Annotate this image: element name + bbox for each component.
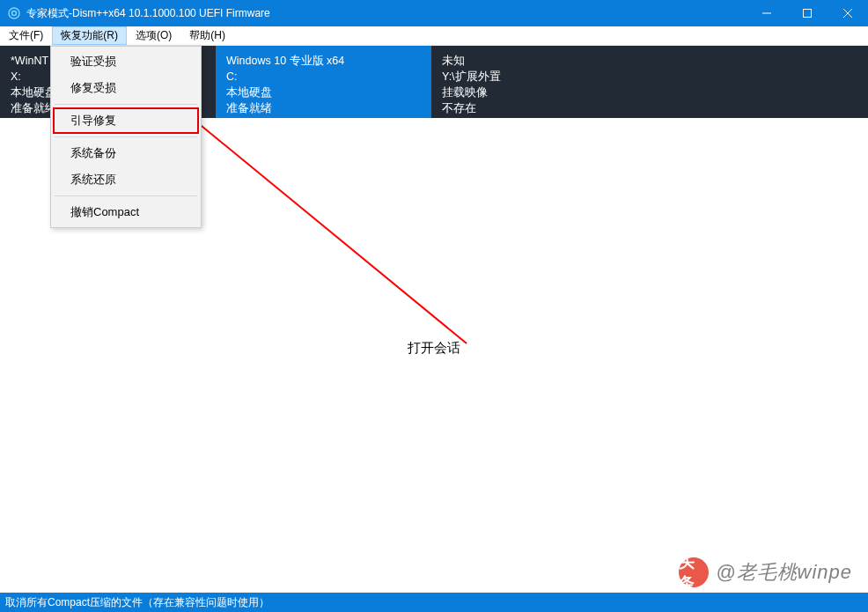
panel-line: C: <box>226 69 421 85</box>
close-button[interactable] <box>828 0 868 26</box>
panel-line: 本地硬盘 <box>226 85 421 100</box>
svg-point-1 <box>12 11 17 16</box>
dropdown-separator <box>55 136 197 137</box>
os-panel-2[interactable]: Windows 10 专业版 x64 C: 本地硬盘 准备就绪 <box>216 46 431 118</box>
minimize-button[interactable] <box>747 0 787 26</box>
menu-recovery[interactable]: 恢复功能(R) <box>52 26 127 45</box>
window-title: 专家模式-Dism++x64 10.1.1000.100 UEFI Firmwa… <box>26 6 747 21</box>
watermark-text: @老毛桃winpe <box>716 559 852 586</box>
menu-help[interactable]: 帮助(H) <box>180 26 234 45</box>
dd-verify-corruption[interactable]: 验证受损 <box>53 48 199 75</box>
svg-point-0 <box>9 8 19 18</box>
maximize-button[interactable] <box>787 0 828 26</box>
app-icon <box>7 6 21 20</box>
panel-line: 准备就绪 <box>226 100 421 116</box>
dd-undo-compact[interactable]: 撤销Compact <box>53 199 199 225</box>
watermark: 头条 @老毛桃winpe <box>679 557 852 587</box>
svg-rect-3 <box>804 10 812 18</box>
panel-line: Windows 10 专业版 x64 <box>226 53 421 69</box>
menu-bar: 文件(F) 恢复功能(R) 选项(O) 帮助(H) <box>0 26 868 46</box>
dd-boot-repair[interactable]: 引导修复 <box>53 107 199 134</box>
panel-line: 未知 <box>442 53 857 69</box>
status-text: 取消所有Compact压缩的文件（存在兼容性问题时使用） <box>5 595 269 610</box>
dd-repair-corruption[interactable]: 修复受损 <box>53 75 199 101</box>
menu-file[interactable]: 文件(F) <box>0 26 52 45</box>
dropdown-separator <box>55 104 197 105</box>
menu-options[interactable]: 选项(O) <box>127 26 180 45</box>
status-bar: 取消所有Compact压缩的文件（存在兼容性问题时使用） <box>0 593 868 612</box>
recovery-dropdown: 验证受损 修复受损 引导修复 系统备份 系统还原 撤销Compact <box>50 46 202 228</box>
window-controls <box>747 0 868 26</box>
os-panel-3[interactable]: 未知 Y:\扩展外置 挂载映像 不存在 <box>431 46 868 118</box>
dd-system-backup[interactable]: 系统备份 <box>53 140 199 166</box>
dropdown-separator <box>55 195 197 196</box>
open-session-label[interactable]: 打开会话 <box>408 340 460 357</box>
watermark-icon: 头条 <box>679 557 709 587</box>
panel-line: 不存在 <box>442 100 857 116</box>
panel-line: 挂载映像 <box>442 85 857 100</box>
dd-system-restore[interactable]: 系统还原 <box>53 166 199 193</box>
title-bar: 专家模式-Dism++x64 10.1.1000.100 UEFI Firmwa… <box>0 0 868 26</box>
panel-line: Y:\扩展外置 <box>442 69 857 85</box>
